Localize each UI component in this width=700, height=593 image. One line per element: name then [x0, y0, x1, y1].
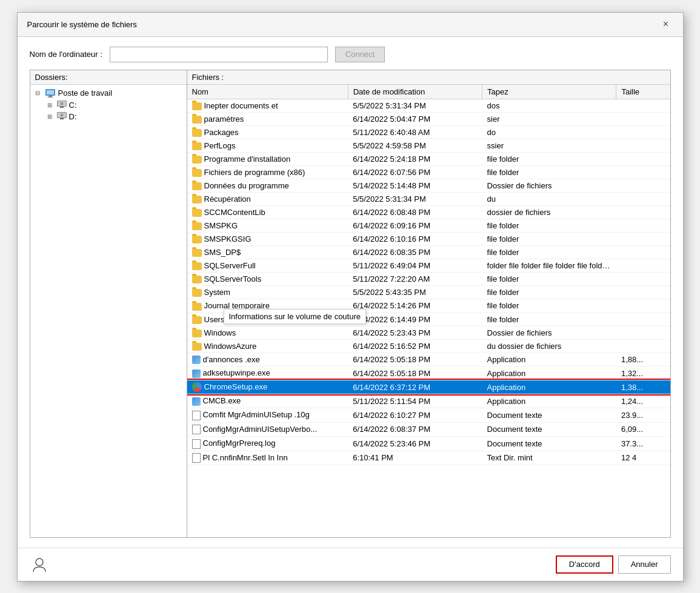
table-row[interactable]: d'annonces .exe6/14/2022 5:05:18 PMAppli… — [187, 353, 670, 366]
file-size-cell — [616, 219, 670, 233]
table-row[interactable]: ConfigMgrPrereq.log6/14/2022 5:23:46 PMD… — [187, 437, 670, 451]
close-button[interactable]: × — [659, 17, 673, 31]
panels-row: Dossiers: ⊟ Poste de travail ⊞ — [30, 70, 671, 538]
svg-rect-10 — [60, 118, 64, 119]
file-size-cell: 1,32... — [616, 366, 670, 380]
folder-icon — [192, 169, 202, 177]
svg-point-11 — [61, 114, 63, 116]
file-date-cell: 6/14/2022 5:16:52 PM — [348, 339, 482, 353]
table-row[interactable]: ConfigMgrAdminUISetupVerbo...6/14/2022 6… — [187, 422, 670, 437]
file-date-cell: 6/14/2022 6:08:37 PM — [348, 422, 482, 437]
table-row[interactable]: Inepter documents et5/5/2022 5:31:34 PMd… — [187, 99, 670, 112]
file-date-cell: 5/5/2022 5:31:34 PM — [348, 192, 482, 205]
ok-button[interactable]: D'accord — [556, 555, 613, 574]
table-row[interactable]: CMCB.exe5/11/2022 5:11:54 PMApplication1… — [187, 394, 670, 408]
svg-point-12 — [36, 558, 43, 566]
file-size-cell: 1,38... — [616, 380, 670, 394]
file-type-cell: dos — [482, 99, 616, 112]
left-panel-header: Dossiers: — [30, 70, 187, 85]
folder-icon — [192, 102, 202, 110]
file-size-cell: 1,24... — [616, 394, 670, 408]
table-row[interactable]: Packages5/11/2022 6:40:48 AMdo — [187, 125, 670, 139]
file-size-cell — [616, 299, 670, 313]
folder-icon — [192, 343, 202, 351]
table-row[interactable]: adksetupwinpe.exe6/14/2022 5:05:18 PMApp… — [187, 366, 670, 380]
file-name-cell: CMCB.exe — [187, 394, 348, 408]
computer-icon — [45, 88, 56, 98]
file-name-cell: Programme d'installation — [187, 152, 348, 165]
table-row[interactable]: Users6/14/2022 6:14:49 PMfile folder — [187, 313, 670, 326]
col-size[interactable]: Taille — [616, 85, 670, 99]
col-date[interactable]: Date de modification — [348, 85, 482, 99]
file-type-cell: file folder — [482, 299, 616, 313]
table-row[interactable]: ChromeSetup.exe6/14/2022 6:37:12 PMAppli… — [187, 380, 670, 394]
file-type-cell: file folder — [482, 233, 616, 246]
table-row[interactable]: SMSPKG6/14/2022 6:09:16 PMfile folder — [187, 219, 670, 233]
table-row[interactable]: Comfit MgrAdminUISetup .10g6/14/2022 6:1… — [187, 408, 670, 422]
file-size-cell — [616, 326, 670, 339]
file-size-cell — [616, 152, 670, 165]
table-row[interactable]: SQLServerTools5/11/2022 7:22:20 AMfile f… — [187, 273, 670, 286]
svg-point-7 — [61, 102, 63, 105]
file-name-cell: SMSPKG — [187, 219, 348, 233]
col-type[interactable]: Tapez — [482, 85, 616, 99]
file-type-cell: sier — [482, 112, 616, 125]
file-date-cell: 6/14/2022 5:05:18 PM — [348, 353, 482, 366]
file-name-cell: Inepter documents et — [187, 99, 348, 112]
file-date-cell: 6/14/2022 6:08:35 PM — [348, 246, 482, 259]
table-row[interactable]: Récupération5/5/2022 5:31:34 PMdu — [187, 192, 670, 205]
expand-icon-root: ⊟ — [35, 90, 42, 96]
table-row[interactable]: paramètres6/14/2022 5:04:47 PMsier — [187, 112, 670, 125]
user-icon — [31, 556, 48, 573]
table-row[interactable]: Journal temporaire6/14/2022 5:14:26 PMfi… — [187, 299, 670, 313]
table-row[interactable]: SMSPKGSIG6/14/2022 6:10:16 PMfile folder — [187, 233, 670, 246]
table-row[interactable]: Pl C.nnfinMnr.Setl In Inn6:10:41 PMText … — [187, 451, 670, 465]
right-panel-header: Fichiers : — [187, 70, 670, 85]
exe-icon — [192, 397, 201, 406]
table-row[interactable]: Windows6/14/2022 5:23:43 PMDossier de fi… — [187, 326, 670, 339]
tree-item-d[interactable]: ⊞ D: — [45, 111, 184, 122]
file-type-cell: file folder — [482, 165, 616, 179]
file-type-cell: du — [482, 192, 616, 205]
file-type-cell: Application — [482, 366, 616, 380]
files-table[interactable]: Informations sur le volume de couture No… — [187, 85, 670, 537]
drive-c-icon — [57, 101, 67, 109]
table-row[interactable]: PerfLogs5/5/2022 4:59:58 PMssier — [187, 139, 670, 152]
file-size-cell — [616, 139, 670, 152]
table-row[interactable]: System5/5/2022 5:43:35 PMfile folder — [187, 286, 670, 299]
file-date-cell: 6/14/2022 6:10:27 PM — [348, 408, 482, 422]
table-header: Nom Date de modification Tapez Taille — [187, 85, 670, 99]
file-type-cell: file folder — [482, 273, 616, 286]
file-size-cell — [616, 99, 670, 112]
table-row[interactable]: SMS_DP$6/14/2022 6:08:35 PMfile folder — [187, 246, 670, 259]
tree-item-root[interactable]: ⊟ Poste de travail — [33, 87, 184, 99]
col-name[interactable]: Nom — [187, 85, 348, 99]
table-row[interactable]: SQLServerFull5/11/2022 6:49:04 PMfolder … — [187, 259, 670, 273]
file-name-cell: Données du programme — [187, 179, 348, 192]
cancel-button[interactable]: Annuler — [618, 555, 671, 574]
table-row[interactable]: Programme d'installation6/14/2022 5:24:1… — [187, 152, 670, 165]
file-date-cell: 6:10:41 PM — [348, 451, 482, 465]
file-size-cell: 12 4 — [616, 451, 670, 465]
file-date-cell: 6/14/2022 5:23:43 PM — [348, 326, 482, 339]
file-type-cell: Document texte — [482, 408, 616, 422]
file-size-cell — [616, 112, 670, 125]
connect-button: Connect — [335, 47, 385, 62]
file-name-cell: ConfigMgrPrereq.log — [187, 437, 348, 451]
table-row[interactable]: SCCMContentLib6/14/2022 6:08:48 PMdossie… — [187, 206, 670, 219]
exe-icon — [192, 356, 201, 364]
file-size-cell: 1,88... — [616, 353, 670, 366]
computer-name-input[interactable] — [110, 47, 328, 62]
file-type-cell: Dossier de fichiers — [482, 179, 616, 192]
table-row[interactable]: Fichiers de programme (x86)6/14/2022 6:0… — [187, 165, 670, 179]
file-size-cell — [616, 246, 670, 259]
tree-root-label: Poste de travail — [58, 88, 113, 98]
table-row[interactable]: Données du programme5/14/2022 5:14:48 PM… — [187, 179, 670, 192]
file-name-cell: ChromeSetup.exe — [187, 380, 348, 394]
file-date-cell: 5/11/2022 6:40:48 AM — [348, 125, 482, 139]
file-date-cell: 5/11/2022 5:11:54 PM — [348, 394, 482, 408]
table-row[interactable]: WindowsAzure6/14/2022 5:16:52 PMdu dossi… — [187, 339, 670, 353]
left-panel-body[interactable]: ⊟ Poste de travail ⊞ C: — [30, 85, 187, 537]
file-date-cell: 5/5/2022 5:31:34 PM — [348, 99, 482, 112]
tree-item-c[interactable]: ⊞ C: — [45, 99, 184, 111]
